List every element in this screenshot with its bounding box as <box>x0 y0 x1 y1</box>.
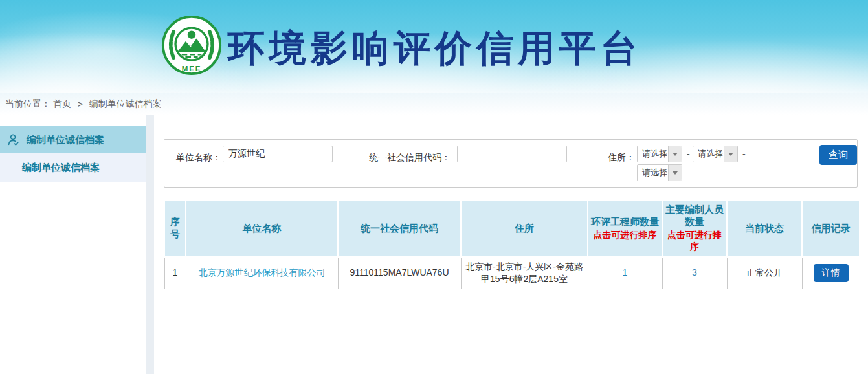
search-button[interactable]: 查询 <box>819 145 857 165</box>
col-header-credit-code: 统一社会信用代码 <box>338 200 461 257</box>
staff-count-link[interactable]: 3 <box>692 267 697 278</box>
breadcrumb-home-link[interactable]: 首页 <box>53 98 71 109</box>
table-row: 1 北京万源世纪环保科技有限公司 91110115MA7LWUA76U 北京市-… <box>164 257 860 289</box>
sidebar-subitem-unit-credit-archive[interactable]: 编制单位诚信档案 <box>0 153 146 182</box>
breadcrumb-prefix: 当前位置： <box>5 98 50 109</box>
cell-index: 1 <box>164 257 186 289</box>
cell-status: 正常公开 <box>727 257 802 289</box>
address-city-dropdown-button[interactable] <box>724 146 737 162</box>
address-city-value: 请选择 <box>693 146 724 162</box>
detail-button[interactable]: 详情 <box>814 264 849 282</box>
unit-name-link[interactable]: 北京万源世纪环保科技有限公司 <box>199 267 326 278</box>
address-province-dropdown-button[interactable] <box>668 146 682 162</box>
cell-credit-code: 91110115MA7LWUA76U <box>338 257 461 289</box>
breadcrumb: 当前位置： 首页 > 编制单位诚信档案 <box>0 93 868 115</box>
main-content: 单位名称： 统一社会信用代码： 住所： 请选择 - 请选择 - 请选择 查询 <box>154 115 868 374</box>
col-header-address: 住所 <box>461 200 588 257</box>
site-header: MEE 环境影响评价信用平台 <box>0 0 868 93</box>
site-title: 环境影响评价信用平台 <box>228 22 642 74</box>
cell-address: 北京市-北京市-大兴区-金苑路甲15号6幢2层A215室 <box>461 257 588 289</box>
mee-logo-text: MEE <box>182 65 202 72</box>
breadcrumb-separator: > <box>78 99 83 109</box>
user-check-icon <box>6 133 21 147</box>
address-district-select[interactable]: 请选择 <box>637 164 682 181</box>
unit-name-label: 单位名称： <box>176 149 221 165</box>
credit-code-label: 统一社会信用代码： <box>369 149 451 165</box>
col-header-status: 当前状态 <box>727 200 802 257</box>
col-header-unit-name: 单位名称 <box>186 200 338 257</box>
col-header-staff-count[interactable]: 主要编制人员数量 点击可进行排序 <box>662 200 727 257</box>
results-table: 序号 单位名称 统一社会信用代码 住所 环评工程师数量 点击可进行排序 主要编制… <box>164 199 860 289</box>
address-province-value: 请选择 <box>638 146 668 162</box>
col-header-index: 序号 <box>164 200 186 257</box>
engineer-count-label: 环评工程师数量 <box>590 216 660 228</box>
chevron-down-icon <box>728 153 733 156</box>
sidebar: 编制单位诚信档案 编制单位诚信档案 <box>0 115 146 374</box>
address-dash-2: - <box>742 146 746 162</box>
engineer-count-sort-hint[interactable]: 点击可进行排序 <box>590 230 660 241</box>
unit-name-input[interactable] <box>223 146 333 162</box>
sidebar-parent-label: 编制单位诚信档案 <box>27 134 104 146</box>
address-dash-1: - <box>687 146 690 162</box>
address-district-dropdown-button[interactable] <box>668 165 682 181</box>
address-label: 住所： <box>608 149 635 165</box>
address-city-select[interactable]: 请选择 <box>693 146 738 162</box>
search-form: 单位名称： 统一社会信用代码： 住所： 请选择 - 请选择 - 请选择 查询 <box>164 139 858 188</box>
staff-count-sort-hint[interactable]: 点击可进行排序 <box>664 230 725 253</box>
col-header-credit-record: 信用记录 <box>802 200 860 257</box>
address-province-select[interactable]: 请选择 <box>637 146 682 162</box>
address-district-value: 请选择 <box>638 165 668 181</box>
staff-count-label: 主要编制人员数量 <box>664 204 725 228</box>
mee-logo-icon: MEE <box>161 14 223 76</box>
chevron-down-icon <box>673 153 678 156</box>
engineer-count-link[interactable]: 1 <box>623 267 628 278</box>
credit-code-input[interactable] <box>457 146 567 162</box>
sidebar-divider <box>146 115 154 374</box>
col-header-engineer-count[interactable]: 环评工程师数量 点击可进行排序 <box>588 200 662 257</box>
table-header-row: 序号 单位名称 统一社会信用代码 住所 环评工程师数量 点击可进行排序 主要编制… <box>164 200 860 257</box>
sidebar-item-unit-credit-archive[interactable]: 编制单位诚信档案 <box>0 126 146 153</box>
chevron-down-icon <box>673 171 678 175</box>
breadcrumb-current: 编制单位诚信档案 <box>89 98 162 109</box>
page: MEE 环境影响评价信用平台 当前位置： 首页 > 编制单位诚信档案 编制单位诚… <box>0 0 868 374</box>
